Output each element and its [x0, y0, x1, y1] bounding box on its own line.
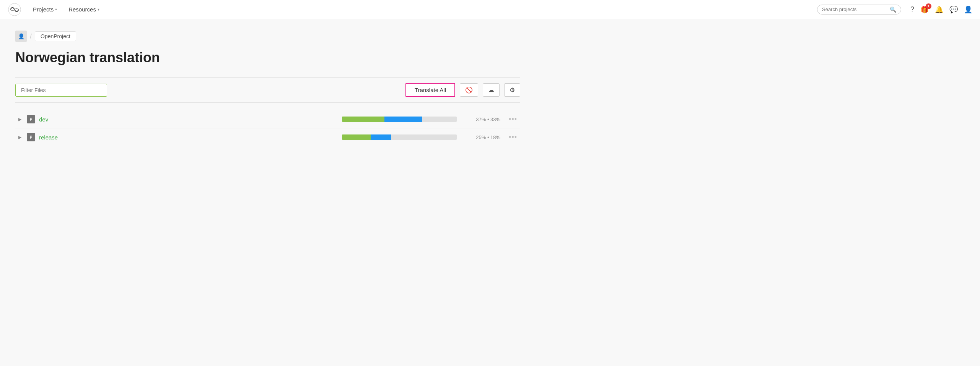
progress-green — [342, 117, 384, 122]
breadcrumb: 👤 / OpenProject — [15, 31, 520, 42]
settings-button[interactable]: ⚙ — [504, 83, 520, 97]
progress-green — [342, 134, 371, 140]
hide-icon: 🚫 — [465, 86, 473, 94]
page-title: Norwegian translation — [15, 50, 520, 66]
gear-icon: ⚙ — [510, 86, 515, 94]
file-list: ▶ P dev 37% • 33% ••• ▶ P release 25% • … — [15, 110, 520, 146]
breadcrumb-separator: / — [30, 32, 32, 40]
logo[interactable] — [8, 3, 21, 16]
search-bar[interactable]: 🔍 — [817, 5, 901, 15]
user-icon[interactable]: 👤 — [964, 5, 972, 14]
gift-badge: 1 — [926, 3, 931, 9]
notification-icon[interactable]: 🔔 — [935, 5, 943, 14]
breadcrumb-project[interactable]: OpenProject — [35, 31, 76, 41]
gift-icon[interactable]: 🎁 1 — [920, 5, 929, 14]
progress-bar — [342, 134, 457, 140]
progress-stat: 37% • 33% — [466, 117, 500, 122]
more-options-button[interactable]: ••• — [509, 115, 517, 123]
chat-icon[interactable]: 💬 — [949, 5, 958, 14]
upload-icon: ☁ — [488, 86, 494, 94]
progress-blue — [371, 134, 391, 140]
chevron-down-icon: ▾ — [55, 7, 57, 11]
filter-row: Translate All 🚫 ☁ ⚙ — [15, 77, 520, 103]
progress-stat: 25% • 18% — [466, 134, 500, 140]
nav-projects[interactable]: Projects ▾ — [29, 0, 61, 19]
hide-button[interactable]: 🚫 — [460, 83, 478, 97]
table-row: ▶ P dev 37% • 33% ••• — [15, 110, 520, 128]
search-icon: 🔍 — [890, 6, 896, 13]
table-row: ▶ P release 25% • 18% ••• — [15, 128, 520, 146]
search-input[interactable] — [822, 6, 887, 12]
nav-resources[interactable]: Resources ▾ — [65, 0, 103, 19]
filter-input[interactable] — [15, 84, 107, 97]
file-name[interactable]: release — [39, 134, 70, 141]
navbar: Projects ▾ Resources ▾ 🔍 ? 🎁 1 🔔 💬 👤 — [0, 0, 980, 19]
progress-bar — [342, 117, 457, 122]
file-type-icon: P — [27, 115, 35, 123]
file-type-icon: P — [27, 133, 35, 141]
expand-arrow-icon[interactable]: ▶ — [18, 135, 23, 140]
breadcrumb-user-icon[interactable]: 👤 — [15, 31, 27, 42]
nav-icons: ? 🎁 1 🔔 💬 👤 — [910, 5, 972, 14]
chevron-down-icon: ▾ — [98, 7, 99, 11]
help-icon[interactable]: ? — [910, 5, 914, 13]
translate-all-button[interactable]: Translate All — [405, 83, 455, 97]
upload-button[interactable]: ☁ — [483, 83, 500, 97]
progress-blue — [384, 117, 422, 122]
more-options-button[interactable]: ••• — [509, 133, 517, 141]
expand-arrow-icon[interactable]: ▶ — [18, 117, 23, 122]
file-name[interactable]: dev — [39, 116, 70, 123]
main-content: 👤 / OpenProject Norwegian translation Tr… — [0, 19, 536, 158]
